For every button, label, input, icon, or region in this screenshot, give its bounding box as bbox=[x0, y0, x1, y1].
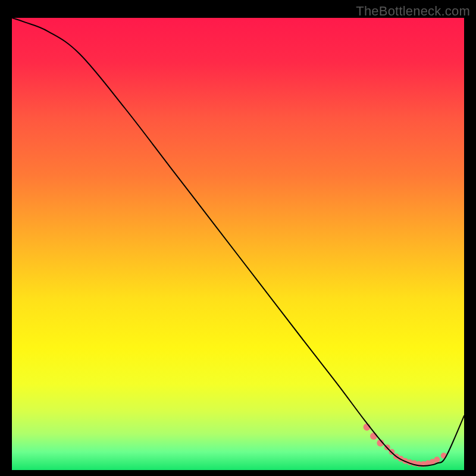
plot-area bbox=[12, 18, 464, 470]
watermark-text: TheBottleneck.com bbox=[356, 4, 470, 19]
gradient-background bbox=[12, 18, 464, 470]
marker-dot bbox=[434, 457, 440, 463]
marker-dot bbox=[370, 433, 377, 440]
chart-container: TheBottleneck.com bbox=[0, 0, 476, 476]
chart-svg bbox=[12, 18, 464, 470]
